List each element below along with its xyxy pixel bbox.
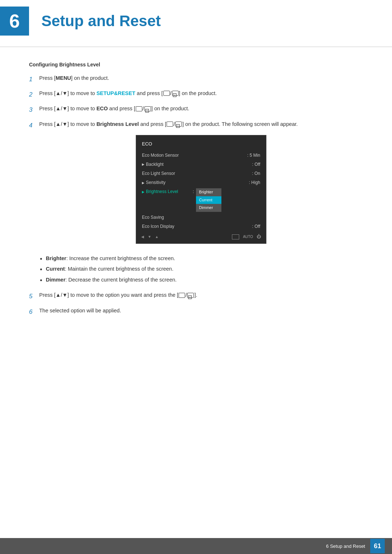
arrow-icon-2: ▶ (142, 180, 144, 185)
step-3: 3 Press [▲/▼] to move to ECO and press [… (29, 104, 363, 115)
bullet-brighter-text: Brighter: Increase the current brightnes… (46, 255, 175, 261)
eco-icon-display-label: Eco Icon Display (142, 223, 174, 230)
nav-down-icon: ▼ (148, 234, 151, 240)
page-header: 6 Setup and Reset (0, 0, 392, 47)
eco-motion-sensor-row: Eco Motion Sensor 5 Min (136, 151, 266, 160)
eco-motion-sensor-value: 5 Min (247, 152, 260, 159)
eco-sensitivity-row: ▶Sensitivity High (136, 178, 266, 187)
nav-left-icon: ◀ (141, 234, 144, 240)
bullet-dot-3: • (40, 277, 42, 285)
arrow-icon-3: ▶ (142, 189, 144, 194)
step-text-2: Press [▲/▼] to move to SETUP&RESET and p… (39, 89, 363, 98)
dimmer-term: Dimmer (46, 277, 65, 283)
step-4: 4 Press [▲/▼] to move to Brightness Leve… (29, 120, 363, 250)
step-text-1: Press [MENU] on the product. (39, 74, 363, 82)
eco-brightness-label: ▶Brightness Level (142, 188, 193, 195)
chapter-badge: 6 (0, 7, 29, 36)
eco-brightness-row: ▶Brightness Level : Brighter Current Dim… (136, 187, 266, 213)
bullet-dot-2: • (40, 266, 42, 274)
box-icon (163, 91, 170, 96)
step-5: 5 Press [▲/▼] to move to the option you … (29, 291, 363, 301)
auto-label: AUTO (243, 234, 253, 240)
power-icon: ⏻ (257, 233, 261, 240)
brightness-dropdown: Brighter Current Dimmer (196, 188, 221, 212)
bullet-dimmer-text: Dimmer: Decrease the current brightness … (46, 277, 176, 283)
step-number-5: 5 (29, 291, 39, 301)
brighter-term: Brighter (46, 255, 66, 261)
eco-screen-mockup: ECO Eco Motion Sensor 5 Min ▶Backlight O… (136, 135, 266, 244)
screen-bottom-bar: ◀ ▼ ▲ AUTO ⏻ (136, 231, 266, 240)
enter-icon: ⊡ (172, 91, 179, 96)
arrow-icon: ▶ (142, 162, 144, 167)
step-number-3: 3 (29, 104, 39, 115)
bullet-current-text: Current: Maintain the current brightness… (46, 266, 173, 272)
step-2: 2 Press [▲/▼] to move to SETUP&RESET and… (29, 89, 363, 99)
step-text-5: Press [▲/▼] to move to the option you wa… (39, 291, 363, 299)
eco-backlight-label: ▶Backlight (142, 161, 164, 168)
brightness-brighter: Brighter (196, 188, 221, 196)
footer-page-number: 61 (370, 539, 385, 553)
bullet-list: • Brighter: Increase the current brightn… (40, 255, 363, 285)
chapter-number: 6 (9, 12, 20, 30)
step-text-4: Press [▲/▼] to move to Brightness Level … (39, 120, 363, 250)
box-icon-3 (167, 122, 173, 127)
brightness-level-key: Brightness Level (97, 121, 139, 127)
enter-icon-2: ⊡ (144, 106, 151, 111)
setup-reset-key: SETUP&RESET (97, 90, 135, 96)
main-content: Configuring Brightness Level 1 Press [ME… (0, 62, 392, 317)
step-number-4: 4 (29, 120, 39, 130)
step-number-6: 6 (29, 307, 39, 317)
eco-screen-title: ECO (136, 140, 266, 151)
steps-list: 1 Press [MENU] on the product. 2 Press [… (29, 74, 363, 250)
page-footer: 6 Setup and Reset 61 (0, 538, 392, 554)
bullet-dot-1: • (40, 255, 42, 263)
bullet-current: • Current: Maintain the current brightne… (40, 266, 363, 274)
footer-text: 6 Setup and Reset (326, 543, 365, 549)
eco-icon-display-row: Eco Icon Display Off (136, 222, 266, 231)
eco-sensitivity-value: High (249, 179, 260, 186)
step-6: 6 The selected option will be applied. (29, 307, 363, 317)
enter-icon-4: ⊡ (187, 293, 194, 298)
eco-light-sensor-row: Eco Light Sensor On (136, 169, 266, 178)
eco-saving-label: Eco Saving (142, 214, 164, 221)
eco-motion-sensor-label: Eco Motion Sensor (142, 152, 179, 159)
chapter-title: Setup and Reset (38, 7, 161, 36)
current-term: Current (46, 266, 65, 272)
section-title: Configuring Brightness Level (29, 62, 363, 67)
step-number-2: 2 (29, 89, 39, 99)
step-number-1: 1 (29, 74, 39, 84)
step-text-3: Press [▲/▼] to move to ECO and press [/⊡… (39, 104, 363, 113)
eco-light-sensor-label: Eco Light Sensor (142, 170, 175, 177)
eco-sensitivity-label: ▶Sensitivity (142, 179, 166, 186)
bullet-brighter: • Brighter: Increase the current brightn… (40, 255, 363, 263)
eco-backlight-row: ▶Backlight Off (136, 160, 266, 169)
step-1: 1 Press [MENU] on the product. (29, 74, 363, 84)
menu-key: MENU (56, 75, 71, 81)
enter-icon-3: ⊡ (175, 122, 182, 127)
steps-list-2: 5 Press [▲/▼] to move to the option you … (29, 291, 363, 316)
brightness-dimmer: Dimmer (196, 204, 221, 212)
eco-icon-display-value: Off (252, 223, 260, 230)
box-icon-4 (179, 293, 185, 298)
eco-brightness-colon: : (193, 188, 194, 195)
eco-backlight-value: Off (252, 161, 260, 168)
step-text-6: The selected option will be applied. (39, 307, 363, 315)
eco-key: ECO (97, 106, 108, 111)
eco-light-sensor-value: On (252, 170, 260, 177)
brightness-current: Current (196, 196, 221, 204)
nav-up-icon: ▲ (155, 234, 159, 240)
eco-saving-row: Eco Saving (136, 213, 266, 222)
box-icon-2 (136, 106, 142, 111)
screen-icon (232, 234, 239, 239)
bullet-dimmer: • Dimmer: Decrease the current brightnes… (40, 277, 363, 285)
